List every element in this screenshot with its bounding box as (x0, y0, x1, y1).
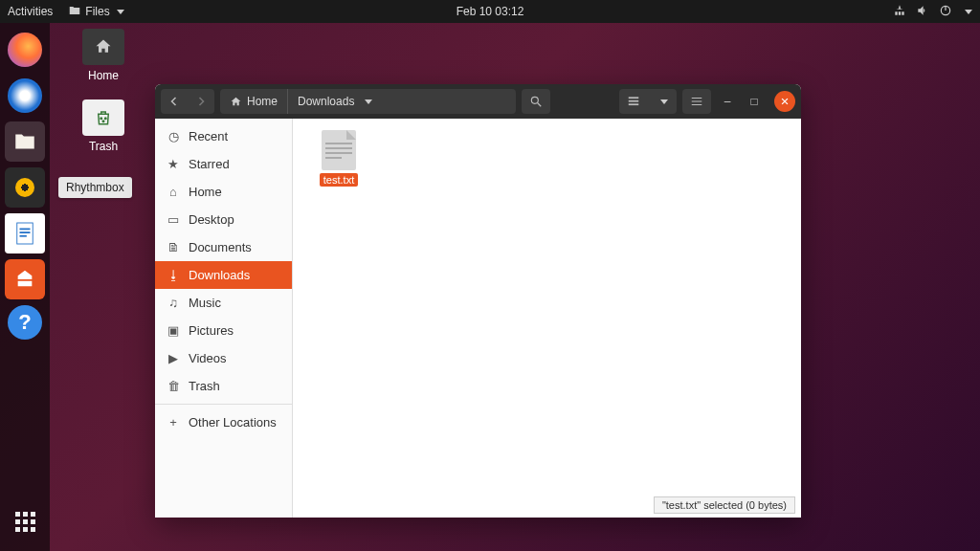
home-folder-icon (82, 29, 124, 65)
path-bar: Home Downloads (220, 89, 516, 114)
svg-rect-11 (629, 97, 639, 99)
nav-buttons (161, 89, 214, 114)
home-icon: ⌂ (167, 185, 180, 199)
dock-libreoffice[interactable] (5, 213, 45, 253)
dock-rhythmbox[interactable]: Rhythmbox (5, 167, 45, 208)
sidebar-trash[interactable]: 🗑Trash (155, 372, 292, 400)
app-menu-label: Files (85, 5, 109, 18)
svg-rect-4 (20, 231, 31, 233)
sidebar: ◷Recent ★Starred ⌂Home ▭Desktop 🗎Documen… (155, 119, 293, 518)
sidebar-other-locations[interactable]: +Other Locations (155, 408, 292, 436)
apps-grid-icon (15, 512, 35, 532)
trash-icon (82, 99, 124, 136)
minimize-button[interactable]: – (717, 91, 738, 112)
svg-rect-5 (20, 235, 27, 237)
desktop-icon-label: Trash (89, 140, 118, 153)
plus-icon: + (167, 415, 180, 430)
dock-files[interactable] (5, 121, 45, 162)
sidebar-recent[interactable]: ◷Recent (155, 122, 292, 150)
view-controls (619, 89, 677, 114)
search-button[interactable] (522, 89, 550, 114)
sidebar-home[interactable]: ⌂Home (155, 178, 292, 206)
dock-tooltip: Rhythmbox (58, 177, 132, 198)
sidebar-videos[interactable]: ▶Videos (155, 344, 292, 372)
sidebar-downloads[interactable]: ⭳Downloads (155, 261, 292, 289)
dock: Rhythmbox ? (0, 23, 50, 551)
chevron-down-icon (365, 99, 372, 104)
window-titlebar[interactable]: Home Downloads – □ (155, 84, 801, 119)
dock-show-apps[interactable] (5, 501, 45, 541)
svg-line-10 (538, 103, 542, 107)
forward-button[interactable] (188, 89, 214, 114)
sidebar-documents[interactable]: 🗎Documents (155, 233, 292, 261)
svg-point-7 (105, 118, 107, 120)
trash-icon: 🗑 (167, 379, 180, 393)
desktop-home-icon[interactable]: Home (73, 29, 134, 82)
dock-help[interactable]: ? (8, 305, 42, 340)
close-button[interactable] (774, 91, 795, 112)
clock-icon: ◷ (167, 129, 180, 143)
svg-point-9 (531, 97, 538, 103)
back-button[interactable] (161, 89, 188, 114)
file-label: test.txt (320, 173, 358, 187)
svg-rect-3 (20, 229, 31, 231)
dock-thunderbird[interactable] (8, 78, 42, 113)
svg-point-6 (100, 118, 102, 120)
chevron-down-icon[interactable] (965, 10, 972, 14)
sidebar-starred[interactable]: ★Starred (155, 150, 292, 178)
list-view-button[interactable] (619, 89, 648, 114)
sidebar-music[interactable]: ♫Music (155, 289, 292, 317)
dock-software[interactable] (5, 259, 45, 299)
files-window: Home Downloads – □ ◷Recent ★S (155, 84, 801, 518)
pictures-icon: ▣ (167, 323, 180, 338)
power-icon[interactable] (939, 4, 952, 20)
file-pane[interactable]: test.txt "test.txt" selected (0 bytes) (293, 119, 801, 518)
sidebar-pictures[interactable]: ▣Pictures (155, 317, 292, 344)
maximize-button[interactable]: □ (744, 91, 765, 112)
desktop-icon: ▭ (167, 212, 180, 227)
top-bar: Activities Files Feb 10 03:12 (0, 0, 980, 23)
svg-rect-12 (629, 100, 639, 102)
folder-icon (68, 4, 81, 20)
hamburger-menu-button[interactable] (682, 89, 711, 114)
music-icon: ♫ (167, 296, 180, 310)
volume-icon[interactable] (916, 4, 929, 20)
svg-rect-13 (629, 103, 639, 105)
view-dropdown-button[interactable] (648, 89, 677, 114)
star-icon: ★ (167, 157, 180, 171)
desktop-icon-label: Home (88, 69, 119, 82)
network-icon[interactable] (893, 4, 906, 20)
clock[interactable]: Feb 10 03:12 (457, 5, 524, 18)
sidebar-desktop[interactable]: ▭Desktop (155, 206, 292, 233)
downloads-icon: ⭳ (167, 268, 180, 282)
chevron-down-icon (117, 10, 124, 14)
desktop-trash-icon[interactable]: Trash (73, 99, 134, 153)
sidebar-separator (155, 404, 292, 405)
activities-button[interactable]: Activities (8, 5, 53, 18)
svg-point-8 (102, 121, 104, 122)
videos-icon: ▶ (167, 351, 180, 365)
dock-firefox[interactable] (8, 33, 42, 67)
documents-icon: 🗎 (167, 240, 180, 254)
file-item[interactable]: test.txt (304, 130, 373, 187)
path-current[interactable]: Downloads (287, 89, 382, 114)
status-bar: "test.txt" selected (0 bytes) (654, 496, 795, 514)
path-home[interactable]: Home (220, 89, 287, 114)
text-file-icon (322, 130, 356, 170)
app-menu[interactable]: Files (68, 4, 123, 20)
